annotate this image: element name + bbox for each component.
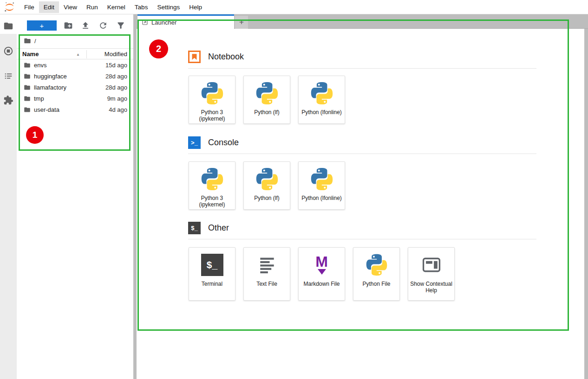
- launcher-panel: Notebook Python 3 (ipykernel): [137, 29, 584, 379]
- section-header-notebook: Notebook: [188, 51, 244, 63]
- activity-bar: [0, 14, 17, 379]
- breadcrumb-path: /: [34, 38, 36, 45]
- text-file-icon: [255, 253, 279, 277]
- sort-ascending-icon: ▲: [76, 52, 80, 57]
- section-divider: [188, 154, 536, 154]
- terminal-icon: $_: [188, 222, 201, 234]
- python-logo: [255, 167, 279, 191]
- file-modified: 28d ago: [105, 84, 127, 91]
- launcher-card-console-python-lf[interactable]: Python (lf): [243, 161, 290, 210]
- file-row-user-data[interactable]: user-data 4d ago: [17, 104, 133, 115]
- filter-icon[interactable]: [116, 21, 125, 30]
- launcher-icon: [142, 19, 148, 26]
- menu-bar: File Edit View Run Kernel Tabs Settings …: [0, 0, 588, 14]
- launcher-card-notebook-python3-ipykernel[interactable]: Python 3 (ipykernel): [189, 76, 235, 124]
- list-icon[interactable]: [3, 71, 13, 81]
- launcher-card-console-python3-ipykernel[interactable]: Python 3 (ipykernel): [189, 161, 235, 210]
- home-folder-icon: [24, 37, 31, 45]
- file-row-envs[interactable]: envs 15d ago: [17, 59, 133, 71]
- section-title: Other: [208, 223, 229, 233]
- card-label: Python File: [361, 281, 392, 287]
- folder-icon: [24, 106, 31, 113]
- menu-run[interactable]: Run: [82, 1, 103, 13]
- card-label: Python (lf): [253, 109, 281, 116]
- contextual-help-icon: [419, 253, 444, 277]
- stop-circle-icon[interactable]: [3, 46, 13, 56]
- card-label: Show Contextual Help: [408, 281, 454, 294]
- launcher-card-notebook-python-lf[interactable]: Python (lf): [243, 76, 290, 124]
- python-logo: [310, 167, 334, 191]
- file-modified: 15d ago: [105, 62, 127, 69]
- file-list: envs 15d ago huggingface 28d ago llamafa…: [17, 59, 133, 115]
- menu-view[interactable]: View: [59, 1, 82, 13]
- section-title: Console: [208, 138, 239, 148]
- upload-icon[interactable]: [81, 21, 90, 30]
- file-modified: 9m ago: [107, 95, 127, 102]
- launcher-card-console-python-lfonline[interactable]: Python (lfonline): [298, 161, 345, 210]
- card-label: Python (lfonline): [300, 195, 343, 201]
- file-browser-toolbar: +: [17, 18, 133, 34]
- console-icon: >_: [188, 136, 201, 149]
- menu-kernel[interactable]: Kernel: [103, 1, 130, 13]
- jupyter-logo: [4, 1, 15, 13]
- section-header-other: $_ Other: [188, 222, 229, 234]
- section-header-console: >_ Console: [188, 136, 239, 149]
- card-label: Python (lfonline): [300, 109, 343, 116]
- file-modified: 28d ago: [105, 73, 127, 80]
- python-logo: [200, 167, 224, 191]
- puzzle-icon[interactable]: [3, 95, 13, 105]
- menu-file[interactable]: File: [20, 1, 39, 13]
- python-logo: [255, 81, 279, 105]
- file-row-tmp[interactable]: tmp 9m ago: [17, 93, 133, 104]
- notebook-icon: [188, 51, 201, 63]
- new-folder-icon[interactable]: [64, 21, 73, 30]
- tab-bar: Launcher +: [137, 14, 588, 29]
- menu-help[interactable]: Help: [184, 1, 207, 13]
- new-tab-button[interactable]: +: [235, 16, 248, 29]
- file-name: user-data: [34, 106, 59, 113]
- column-divider: [86, 50, 87, 58]
- launcher-card-text-file[interactable]: Text File: [243, 247, 290, 301]
- launcher-card-terminal[interactable]: $_ Terminal: [189, 247, 235, 301]
- tab-launcher[interactable]: Launcher: [137, 14, 234, 29]
- menu-items: File Edit View Run Kernel Tabs Settings …: [20, 1, 207, 13]
- new-launcher-button[interactable]: +: [27, 20, 57, 31]
- section-divider: [188, 68, 536, 69]
- folder-icon: [24, 95, 31, 102]
- card-label: Python 3 (ipykernel): [189, 109, 235, 122]
- file-row-llamafactory[interactable]: llamafactory 28d ago: [17, 82, 133, 93]
- file-name: huggingface: [34, 73, 67, 80]
- scrollbar-track[interactable]: [584, 29, 588, 379]
- menu-edit[interactable]: Edit: [39, 1, 59, 13]
- file-name: llamafactory: [34, 84, 66, 91]
- folder-icon: [24, 84, 31, 91]
- column-header-name[interactable]: Name: [22, 51, 39, 58]
- refresh-icon[interactable]: [98, 21, 108, 30]
- breadcrumb[interactable]: /: [24, 36, 36, 45]
- card-label: Text File: [255, 281, 279, 287]
- launcher-card-notebook-python-lfonline[interactable]: Python (lfonline): [298, 76, 345, 124]
- menu-tabs[interactable]: Tabs: [130, 1, 153, 13]
- launcher-card-python-file[interactable]: Python File: [353, 247, 400, 301]
- card-label: Python 3 (ipykernel): [189, 195, 235, 208]
- launcher-card-show-contextual-help[interactable]: Show Contextual Help: [408, 247, 455, 301]
- file-list-header: Name ▲ Modified: [17, 48, 133, 59]
- section-title: Notebook: [208, 52, 244, 62]
- panel-divider[interactable]: [133, 14, 137, 379]
- python-logo: [310, 81, 334, 105]
- python-logo: [365, 253, 389, 277]
- card-label: Terminal: [200, 281, 224, 287]
- python-logo: [200, 81, 224, 105]
- section-divider: [188, 239, 536, 239]
- file-name: envs: [34, 62, 46, 69]
- column-header-modified[interactable]: Modified: [105, 51, 127, 58]
- markdown-icon: M: [315, 255, 328, 275]
- file-row-huggingface[interactable]: huggingface 28d ago: [17, 71, 133, 82]
- jupyterlab-window: File Edit View Run Kernel Tabs Settings …: [0, 0, 588, 379]
- launcher-card-markdown-file[interactable]: M Markdown File: [298, 247, 345, 301]
- menu-settings[interactable]: Settings: [152, 1, 184, 13]
- file-modified: 4d ago: [109, 106, 127, 113]
- console-cards-row: Python 3 (ipykernel) Python (lf): [189, 161, 345, 210]
- card-label: Python (lf): [253, 195, 281, 201]
- folder-icon[interactable]: [3, 21, 13, 31]
